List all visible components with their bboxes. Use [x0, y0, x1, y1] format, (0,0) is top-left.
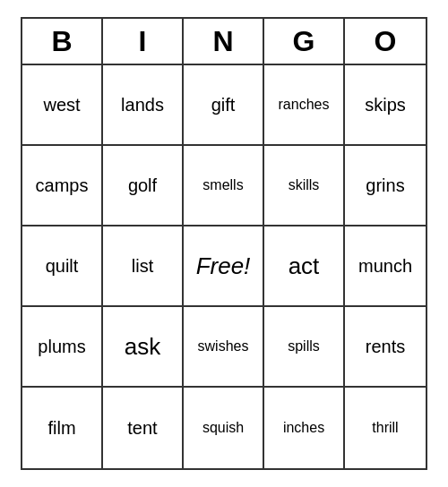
- cell-text-2-4: munch: [358, 255, 412, 277]
- cell-text-1-1: golf: [128, 175, 157, 196]
- cell-text-0-3: ranches: [279, 97, 330, 113]
- bingo-cell-1-1: golf: [103, 146, 184, 226]
- bingo-cell-0-3: ranches: [264, 65, 345, 146]
- header-cell-G: G: [264, 19, 345, 65]
- bingo-row-2: quiltlistFree!actmunch: [22, 226, 426, 307]
- bingo-cell-3-1: ask: [103, 307, 184, 388]
- cell-text-3-2: swishes: [198, 338, 249, 355]
- header-cell-B: B: [22, 19, 103, 65]
- header-cell-I: I: [103, 19, 184, 65]
- bingo-cell-2-2: Free!: [184, 226, 264, 307]
- bingo-cell-2-1: list: [103, 226, 184, 307]
- header-cell-N: N: [184, 19, 264, 65]
- bingo-cell-1-4: grins: [345, 146, 426, 226]
- bingo-row-3: plumsaskswishesspillsrents: [22, 307, 426, 388]
- cell-text-4-3: inches: [283, 420, 324, 436]
- cell-text-2-3: act: [289, 252, 320, 280]
- cell-text-4-0: film: [47, 417, 75, 439]
- bingo-row-0: westlandsgiftranchesskips: [22, 65, 426, 146]
- cell-text-4-4: thrill: [372, 420, 398, 436]
- bingo-cell-1-3: skills: [264, 146, 345, 226]
- bingo-cell-4-2: squish: [184, 388, 264, 468]
- bingo-cell-0-2: gift: [184, 65, 264, 146]
- cell-text-0-2: gift: [211, 94, 236, 115]
- bingo-cell-2-4: munch: [345, 226, 426, 307]
- bingo-cell-4-0: film: [22, 388, 103, 468]
- bingo-cell-3-4: rents: [345, 307, 426, 388]
- cell-text-3-1: ask: [125, 333, 160, 361]
- cell-text-1-2: smells: [202, 177, 243, 193]
- bingo-cell-2-3: act: [264, 226, 345, 307]
- bingo-cell-0-4: skips: [345, 65, 426, 146]
- bingo-row-1: campsgolfsmellsskillsgrins: [22, 146, 426, 226]
- bingo-cell-2-0: quilt: [22, 226, 103, 307]
- bingo-cell-3-3: spills: [264, 307, 345, 388]
- bingo-cell-3-0: plums: [22, 307, 103, 388]
- cell-text-3-3: spills: [288, 338, 320, 355]
- bingo-cell-3-2: swishes: [184, 307, 264, 388]
- cell-text-2-1: list: [132, 255, 153, 277]
- cell-text-2-2: Free!: [196, 252, 251, 280]
- cell-text-1-3: skills: [289, 177, 320, 193]
- cell-text-1-4: grins: [366, 175, 404, 196]
- cell-text-4-1: tent: [127, 417, 157, 439]
- cell-text-0-4: skips: [365, 94, 406, 115]
- bingo-row-4: filmtentsquishinchesthrill: [22, 388, 426, 468]
- bingo-header: BINGO: [22, 19, 426, 65]
- bingo-cell-1-2: smells: [184, 146, 264, 226]
- bingo-cell-0-1: lands: [103, 65, 184, 146]
- bingo-cell-1-0: camps: [22, 146, 103, 226]
- bingo-cell-4-4: thrill: [345, 388, 426, 468]
- cell-text-1-0: camps: [36, 175, 89, 196]
- bingo-cell-4-1: tent: [103, 388, 184, 468]
- cell-text-0-0: west: [43, 94, 80, 115]
- bingo-cell-4-3: inches: [264, 388, 345, 468]
- cell-text-4-2: squish: [202, 420, 244, 436]
- bingo-body: westlandsgiftranchesskipscampsgolfsmells…: [22, 65, 426, 468]
- cell-text-3-4: rents: [366, 336, 405, 357]
- cell-text-2-0: quilt: [46, 255, 79, 277]
- cell-text-0-1: lands: [121, 94, 164, 115]
- bingo-card: BINGO westlandsgiftranchesskipscampsgolf…: [21, 17, 427, 470]
- cell-text-3-0: plums: [38, 336, 85, 357]
- bingo-cell-0-0: west: [22, 65, 103, 146]
- header-cell-O: O: [345, 19, 426, 65]
